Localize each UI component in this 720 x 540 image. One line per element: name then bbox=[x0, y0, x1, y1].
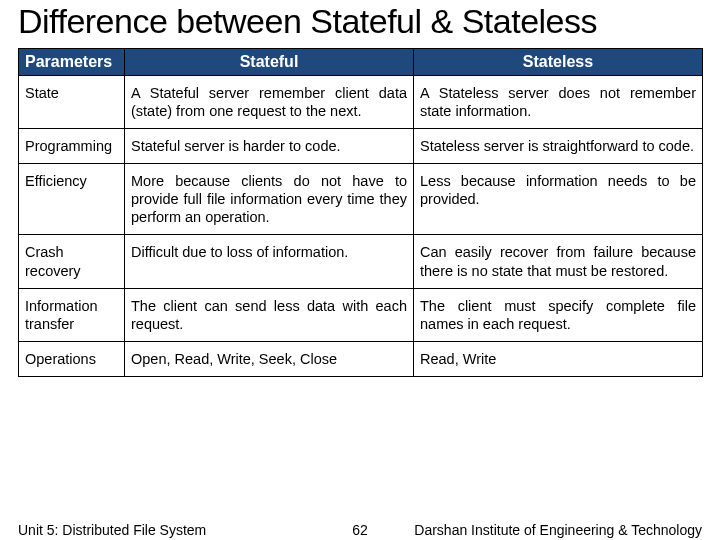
slide-title: Difference between Stateful & Stateless bbox=[18, 4, 702, 40]
cell-stateful: A Stateful server remember client data (… bbox=[125, 75, 414, 128]
cell-param: Programming bbox=[19, 128, 125, 163]
footer: Unit 5: Distributed File System 62 Darsh… bbox=[18, 522, 702, 538]
comparison-table: Parameters Stateful Stateless State A St… bbox=[18, 48, 703, 377]
cell-param: Information transfer bbox=[19, 288, 125, 341]
table-row: Information transfer The client can send… bbox=[19, 288, 703, 341]
cell-param: State bbox=[19, 75, 125, 128]
slide: Difference between Stateful & Stateless … bbox=[0, 4, 720, 540]
col-header-stateless: Stateless bbox=[414, 48, 703, 75]
cell-stateless: The client must specify complete file na… bbox=[414, 288, 703, 341]
cell-stateful: Stateful server is harder to code. bbox=[125, 128, 414, 163]
cell-stateful: Difficult due to loss of information. bbox=[125, 235, 414, 288]
col-header-parameters: Parameters bbox=[19, 48, 125, 75]
cell-stateful: The client can send less data with each … bbox=[125, 288, 414, 341]
cell-stateful: More because clients do not have to prov… bbox=[125, 164, 414, 235]
table-row: Programming Stateful server is harder to… bbox=[19, 128, 703, 163]
cell-param: Operations bbox=[19, 341, 125, 376]
cell-stateless: Read, Write bbox=[414, 341, 703, 376]
table-row: Operations Open, Read, Write, Seek, Clos… bbox=[19, 341, 703, 376]
cell-stateless: Less because information needs to be pro… bbox=[414, 164, 703, 235]
cell-stateless: Can easily recover from failure because … bbox=[414, 235, 703, 288]
footer-institute: Darshan Institute of Engineering & Techn… bbox=[390, 522, 702, 538]
cell-param: Crash recovery bbox=[19, 235, 125, 288]
cell-param: Efficiency bbox=[19, 164, 125, 235]
cell-stateless: Stateless server is straightforward to c… bbox=[414, 128, 703, 163]
footer-page-number: 62 bbox=[330, 522, 390, 538]
table-row: State A Stateful server remember client … bbox=[19, 75, 703, 128]
table-header-row: Parameters Stateful Stateless bbox=[19, 48, 703, 75]
table-row: Crash recovery Difficult due to loss of … bbox=[19, 235, 703, 288]
footer-unit: Unit 5: Distributed File System bbox=[18, 522, 330, 538]
table-row: Efficiency More because clients do not h… bbox=[19, 164, 703, 235]
cell-stateless: A Stateless server does not remember sta… bbox=[414, 75, 703, 128]
col-header-stateful: Stateful bbox=[125, 48, 414, 75]
cell-stateful: Open, Read, Write, Seek, Close bbox=[125, 341, 414, 376]
